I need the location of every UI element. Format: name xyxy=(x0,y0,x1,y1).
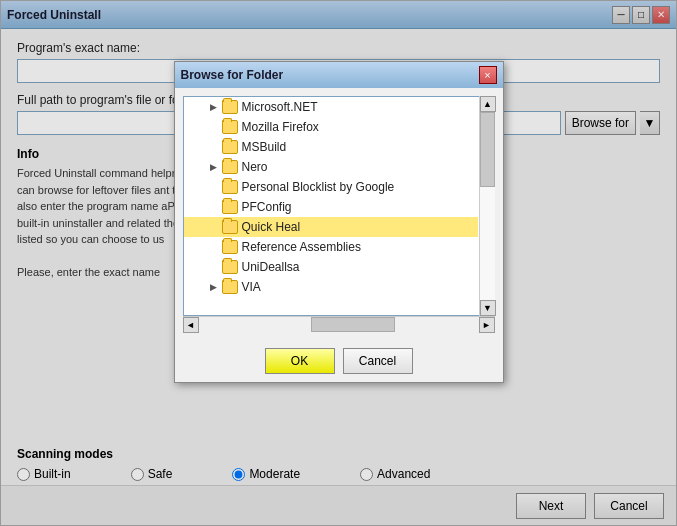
tree-label-unideallsa: UniDeallsa xyxy=(242,260,300,274)
folder-icon-personal-blocklist xyxy=(222,180,238,194)
dialog-title-bar: Browse for Folder × xyxy=(175,62,503,88)
tree-label-via: VIA xyxy=(242,280,261,294)
expand-arrow-personal-blocklist xyxy=(208,181,220,193)
folder-icon-msbuild xyxy=(222,140,238,154)
scroll-track xyxy=(480,112,495,300)
folder-icon-unideallsa xyxy=(222,260,238,274)
tree-label-pfconfig: PFConfig xyxy=(242,200,292,214)
expand-arrow-quick-heal xyxy=(208,221,220,233)
folder-icon-nero xyxy=(222,160,238,174)
tree-item-microsoft-net[interactable]: ▶ Microsoft.NET xyxy=(184,97,478,117)
main-window: Forced Uninstall ─ □ ✕ Program's exact n… xyxy=(0,0,677,526)
horizontal-scrollbar[interactable]: ◄ ► xyxy=(183,316,495,332)
scroll-up-button[interactable]: ▲ xyxy=(480,96,496,112)
scroll-right-button[interactable]: ► xyxy=(479,317,495,333)
folder-icon-via xyxy=(222,280,238,294)
expand-arrow-via: ▶ xyxy=(208,281,220,293)
tree-label-nero: Nero xyxy=(242,160,268,174)
tree-item-mozilla-firefox[interactable]: Mozilla Firefox xyxy=(184,117,478,137)
scroll-left-button[interactable]: ◄ xyxy=(183,317,199,333)
vertical-scrollbar[interactable]: ▲ ▼ xyxy=(479,96,495,316)
tree-item-pfconfig[interactable]: PFConfig xyxy=(184,197,478,217)
tree-label-msbuild: MSBuild xyxy=(242,140,287,154)
dialog-buttons: OK Cancel xyxy=(175,340,503,382)
tree-item-via[interactable]: ▶ VIA xyxy=(184,277,478,297)
browse-folder-dialog: Browse for Folder × ▶ Microsoft.NET xyxy=(174,61,504,383)
expand-arrow-nero: ▶ xyxy=(208,161,220,173)
tree-label-reference-assemblies: Reference Assemblies xyxy=(242,240,361,254)
tree-item-msbuild[interactable]: MSBuild xyxy=(184,137,478,157)
tree-item-reference-assemblies[interactable]: Reference Assemblies xyxy=(184,237,478,257)
folder-icon-reference-assemblies xyxy=(222,240,238,254)
expand-arrow-reference-assemblies xyxy=(208,241,220,253)
folder-icon-microsoft-net xyxy=(222,100,238,114)
folder-tree[interactable]: ▶ Microsoft.NET Mozilla Firefox xyxy=(183,96,495,316)
folder-icon-mozilla-firefox xyxy=(222,120,238,134)
expand-arrow-pfconfig xyxy=(208,201,220,213)
expand-arrow-msbuild xyxy=(208,141,220,153)
tree-wrapper: ▶ Microsoft.NET Mozilla Firefox xyxy=(183,96,495,316)
dialog-title: Browse for Folder xyxy=(181,68,284,82)
expand-arrow-microsoft-net: ▶ xyxy=(208,101,220,113)
dialog-overlay: Browse for Folder × ▶ Microsoft.NET xyxy=(1,1,676,525)
dialog-cancel-button[interactable]: Cancel xyxy=(343,348,413,374)
ok-button[interactable]: OK xyxy=(265,348,335,374)
scroll-down-button[interactable]: ▼ xyxy=(480,300,496,316)
expand-arrow-unideallsa xyxy=(208,261,220,273)
folder-icon-pfconfig xyxy=(222,200,238,214)
hscroll-thumb xyxy=(311,317,395,332)
tree-item-unideallsa[interactable]: UniDeallsa xyxy=(184,257,478,277)
tree-label-mozilla-firefox: Mozilla Firefox xyxy=(242,120,319,134)
tree-label-quick-heal: Quick Heal xyxy=(242,220,301,234)
hscroll-track xyxy=(199,317,479,332)
folder-icon-quick-heal xyxy=(222,220,238,234)
dialog-body: ▶ Microsoft.NET Mozilla Firefox xyxy=(175,88,503,340)
dialog-close-button[interactable]: × xyxy=(479,66,497,84)
expand-arrow-mozilla-firefox xyxy=(208,121,220,133)
scroll-thumb xyxy=(480,112,495,187)
tree-item-quick-heal[interactable]: Quick Heal xyxy=(184,217,478,237)
tree-item-nero[interactable]: ▶ Nero xyxy=(184,157,478,177)
tree-item-personal-blocklist[interactable]: Personal Blocklist by Google xyxy=(184,177,478,197)
tree-label-microsoft-net: Microsoft.NET xyxy=(242,100,318,114)
tree-label-personal-blocklist: Personal Blocklist by Google xyxy=(242,180,395,194)
